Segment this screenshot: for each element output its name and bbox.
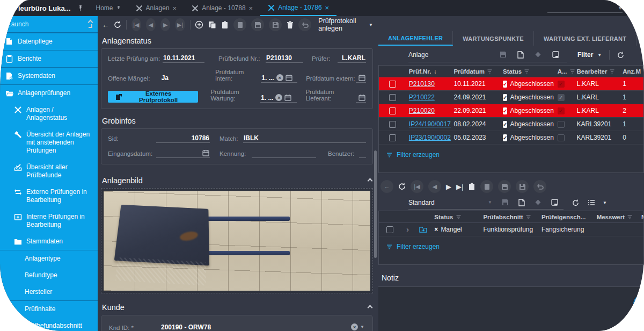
list-icon[interactable]	[588, 199, 595, 206]
view-selector[interactable]: Standard	[408, 199, 478, 206]
sidebar-item-interne-pruefungen[interactable]: Interne Prüfungen in Bearbeitung	[0, 208, 98, 233]
letzte-pruefung-field[interactable]: 10.11.2021	[163, 54, 204, 63]
eraser-icon[interactable]	[535, 199, 541, 206]
collapse-section-icon[interactable]	[368, 305, 373, 310]
pruefnr-link[interactable]: IP24/190/0017	[409, 120, 451, 128]
anlage-field[interactable]: Anlage	[408, 51, 489, 59]
collapse-icon[interactable]	[89, 20, 92, 28]
filter-dropdown[interactable]: Filter ▼	[577, 51, 602, 59]
filter-icon[interactable]	[610, 69, 614, 74]
open-record-icon[interactable]	[419, 226, 427, 233]
row-checkbox[interactable]	[389, 81, 396, 88]
last-record-button[interactable]: ▶|	[175, 18, 185, 31]
notiz-textarea[interactable]	[378, 286, 644, 331]
close-icon[interactable]: ×	[249, 4, 253, 12]
anlagenbild-image[interactable]	[101, 188, 373, 293]
externes-pruefprotokoll-button[interactable]: Externes Prüfprotokoll	[108, 91, 198, 103]
filter-icon[interactable]	[570, 69, 575, 74]
a-checkbox[interactable]: ✓	[558, 94, 565, 101]
close-icon[interactable]: ×	[325, 4, 330, 12]
back-button[interactable]: ←	[380, 180, 393, 193]
pruefdatum-wartung-field[interactable]: 1. ... ×	[260, 93, 297, 103]
add-record-button[interactable]	[195, 20, 203, 29]
fehler-row[interactable]: P210020 22.09.2021 ✓Abgeschlossen ✓ L.KA…	[379, 104, 643, 118]
collapse-section-icon[interactable]	[368, 178, 373, 183]
save-button[interactable]	[498, 180, 511, 193]
col-pruefdatum[interactable]: Prüfdatum	[451, 68, 501, 75]
filter-icon[interactable]	[524, 69, 529, 74]
clear-icon[interactable]: ×	[351, 323, 358, 330]
tab-home[interactable]: Home	[89, 0, 128, 16]
tab-anlagen[interactable]: Anlagen ×	[128, 0, 185, 16]
filter-icon[interactable]	[526, 215, 531, 219]
sidebar-item-pruefinhalte[interactable]: Prüfinhalte	[0, 301, 98, 318]
new-document-icon[interactable]	[518, 199, 525, 206]
kennung-field[interactable]	[252, 149, 316, 158]
col-pruefabschnitt[interactable]: Prüfabschnitt	[481, 214, 539, 220]
filter-icon[interactable]	[456, 215, 461, 219]
eraser-icon[interactable]	[535, 51, 541, 58]
create-protocol-button[interactable]: Prüfprotokoll anlegen ▼	[318, 17, 373, 32]
sidebar-item-externe-pruefungen[interactable]: Externe Prüfungen in Bearbeitung	[0, 184, 98, 208]
pruefdatum-lieferant-field[interactable]	[356, 93, 366, 103]
prev-record-button[interactable]: ◀	[428, 180, 441, 193]
save-as-button[interactable]	[516, 180, 529, 193]
tab-anlage-10786[interactable]: Anlage - 10786 ×	[260, 0, 336, 16]
tab-wartung-ext-lieferant[interactable]: WARTUNG EXT. LIEFERANT	[534, 31, 637, 46]
pruefdatum-intern-field[interactable]: 1. ... ×	[261, 74, 297, 83]
a-checkbox[interactable]: ✓	[558, 81, 565, 88]
refresh-icon[interactable]	[617, 52, 624, 59]
col-messwert2[interactable]: Messwert	[639, 214, 643, 220]
calendar-icon[interactable]	[358, 74, 365, 81]
edit-fab-button[interactable]	[633, 294, 644, 314]
eingangsdatum-field[interactable]	[156, 149, 210, 158]
tab-anlage-10788[interactable]: Anlage - 10788 ×	[184, 0, 260, 16]
row-checkbox[interactable]	[389, 134, 396, 141]
delete-button[interactable]	[287, 21, 294, 29]
pin-small-icon[interactable]	[116, 6, 121, 11]
a-checkbox[interactable]	[558, 121, 565, 128]
a-checkbox[interactable]: ✓	[558, 107, 565, 114]
col-status[interactable]: Status	[432, 214, 481, 220]
fehler-row[interactable]: IP23/190/0002 05.02.2023 ✓Abgeschlossen …	[379, 131, 643, 145]
topbar-combobox[interactable]: ▼	[547, 3, 623, 13]
fehler-row[interactable]: IP24/190/0017 08.02.2024 ✓Abgeschlossen …	[379, 118, 643, 131]
col-status[interactable]: Status	[501, 68, 555, 75]
refresh-button[interactable]	[398, 183, 406, 190]
chevron-down-icon[interactable]: ▼	[603, 200, 607, 205]
pruefbefund-field[interactable]: P210130	[266, 54, 303, 63]
sidebar-item-pruefbefundabschnitt[interactable]: Prüfbefundabschnitt	[0, 318, 98, 331]
sidebar-item-hersteller[interactable]: Hersteller	[0, 284, 98, 300]
a-checkbox[interactable]	[558, 134, 565, 141]
calendar-icon[interactable]	[358, 94, 365, 101]
scrollbar-thumb[interactable]	[374, 150, 377, 258]
filter-erzeugen-link[interactable]: Filter erzeugen	[379, 236, 643, 264]
pruef-row[interactable]: › ×Mangel Funktionsprüfung Fangsicherung	[379, 223, 643, 236]
chevron-down-icon[interactable]: ▼	[618, 5, 623, 11]
save-button[interactable]	[251, 18, 264, 31]
filter-icon[interactable]	[627, 215, 632, 219]
clear-icon[interactable]: ×	[275, 94, 282, 101]
pruefdatum-extern-field[interactable]	[356, 74, 366, 83]
sidebar-item-datenpflege[interactable]: Datenpflege	[0, 33, 98, 50]
tab-anlagenfehler[interactable]: ANLAGENFEHLER	[378, 31, 453, 46]
prev-record-button[interactable]: ◀	[146, 18, 156, 31]
save-icon[interactable]	[502, 199, 509, 206]
close-icon[interactable]: ×	[173, 4, 177, 12]
col-messwert[interactable]: Messwert	[595, 214, 639, 220]
pruefnr-link[interactable]: P210130	[409, 80, 435, 88]
save-icon[interactable]	[500, 51, 507, 58]
next-record-button[interactable]: ▶	[160, 18, 170, 31]
benutzer-field[interactable]	[359, 149, 366, 158]
undo-button[interactable]	[298, 18, 311, 31]
row-checkbox[interactable]	[389, 107, 396, 114]
duplicate-button[interactable]	[480, 180, 493, 193]
col-pruefnr[interactable]: Prüf.Nr.↓	[407, 68, 452, 75]
export-document-icon[interactable]	[551, 199, 558, 206]
col-anz[interactable]: Anz.M	[620, 68, 643, 75]
sid-field[interactable]: 10786	[156, 134, 210, 143]
last-record-button[interactable]: ▶|	[456, 183, 463, 191]
calendar-icon[interactable]	[202, 149, 209, 156]
paste-button[interactable]	[221, 21, 229, 29]
sidebar-item-anlagentype[interactable]: Anlagentype	[0, 250, 98, 267]
